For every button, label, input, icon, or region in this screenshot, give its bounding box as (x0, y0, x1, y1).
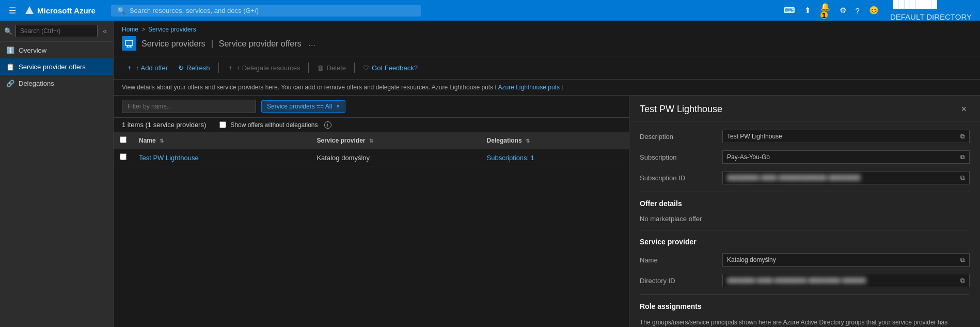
right-panel-title: Test PW Lighthouse (640, 104, 722, 115)
sp-name-field-row: Name Katalog domyślny ⧉ (640, 253, 970, 267)
sp-name-value-box: Katalog domyślny ⧉ (722, 253, 970, 267)
breadcrumb-home[interactable]: Home (122, 26, 138, 33)
table-header-checkbox[interactable] (114, 132, 133, 149)
content-area: Service providers == All × 1 items (1 se… (114, 96, 980, 327)
select-all-checkbox[interactable] (120, 136, 127, 143)
row-delegations-cell: Subscriptions: 1 (481, 149, 629, 166)
sidebar-item-delegations-label: Delegations (19, 80, 54, 87)
filter-input[interactable] (122, 100, 256, 113)
left-content: Service providers == All × 1 items (1 se… (114, 96, 629, 327)
help-icon[interactable]: ? (852, 4, 863, 17)
offer-details-divider (640, 192, 970, 192)
page-header: Home > Service providers Service provide… (114, 21, 980, 56)
directory-id-field-row: Directory ID ███████ ████ ████████ █████… (640, 274, 970, 287)
show-offers-checkbox[interactable] (219, 121, 226, 128)
subscription-value: Pay-As-You-Go (727, 153, 957, 161)
subscription-value-box: Pay-As-You-Go ⧉ (722, 150, 970, 164)
delete-button[interactable]: 🗑 Delete (313, 61, 350, 74)
search-icon: 🔍 (117, 7, 125, 14)
role-assignments-divider (640, 294, 970, 295)
offer-details-section-title: Offer details (640, 199, 970, 208)
name-sort-icon: ⇅ (160, 138, 164, 144)
no-marketplace-text: No marketplace offer (640, 215, 970, 223)
table-header-service-provider[interactable]: Service provider ⇅ (310, 132, 480, 149)
refresh-button[interactable]: ↻ Refresh (174, 61, 214, 74)
user-directory: DEFAULT DIRECTORY (887, 10, 975, 23)
delegations-icon: 🔗 (6, 79, 14, 87)
settings-icon[interactable]: ⚙ (836, 4, 849, 17)
description-label: Description (640, 133, 722, 141)
sidebar-item-delegations[interactable]: 🔗 Delegations (0, 75, 113, 91)
delegate-resources-button[interactable]: ＋ + Delegate resources (223, 60, 305, 75)
overview-icon: ℹ️ (6, 46, 14, 54)
sp-name-copy-icon[interactable]: ⧉ (960, 256, 965, 263)
right-panel: Test PW Lighthouse × Description Test PW… (629, 96, 980, 327)
breadcrumb-separator: > (141, 26, 145, 33)
role-assignments-info-text: The groups/users/service principals show… (640, 318, 970, 327)
row-delegations-link[interactable]: Subscriptions: 1 (487, 154, 535, 162)
subscription-id-copy-icon[interactable]: ⧉ (960, 174, 965, 181)
svg-marker-0 (25, 6, 34, 14)
subscription-label: Subscription (640, 153, 722, 161)
search-bar[interactable]: 🔍 (111, 5, 421, 17)
page-icon (122, 36, 136, 51)
page-title-ellipsis[interactable]: ... (309, 39, 315, 48)
user-avatar[interactable]: 😊 (866, 4, 882, 17)
page-area: Home > Service providers Service provide… (114, 21, 980, 327)
description-value-box: Test PW Lighthouse ⧉ (722, 130, 970, 143)
filter-badge-label: Service providers == All (267, 103, 332, 110)
right-panel-content: Description Test PW Lighthouse ⧉ Subscri… (629, 121, 980, 327)
refresh-label: Refresh (186, 64, 210, 72)
search-input[interactable] (130, 7, 415, 14)
sidebar-search-icon: 🔍 (4, 27, 12, 35)
notifications-icon[interactable]: 🔔 1 (817, 0, 833, 21)
directory-id-value: ███████ ████ ████████ ████████ ██████ (727, 277, 957, 284)
cloud-shell-icon[interactable]: ⌨ (781, 4, 798, 17)
toolbar-separator-1 (218, 63, 219, 73)
sidebar-item-service-provider-offers[interactable]: 📋 Service provider offers (0, 58, 113, 75)
sidebar-search-area: 🔍 « (0, 21, 113, 42)
description-copy-icon[interactable]: ⧉ (960, 133, 965, 140)
sidebar-item-overview[interactable]: ℹ️ Overview (0, 42, 113, 58)
role-assignments-section-title: Role assignments (640, 302, 970, 310)
topbar: ☰ Microsoft Azure 🔍 ⌨ ⬆ 🔔 1 ⚙ ? 😊 ██████… (0, 0, 980, 21)
refresh-icon: ↻ (178, 64, 184, 72)
row-name-link[interactable]: Test PW Lighthouse (139, 154, 199, 162)
upload-icon[interactable]: ⬆ (801, 4, 814, 17)
table-row[interactable]: Test PW Lighthouse Katalog domyślny Subs… (114, 149, 629, 166)
svg-rect-1 (125, 40, 133, 45)
lighthouse-link[interactable]: Azure Lighthouse puts t (498, 84, 563, 91)
main-container: 🔍 « ℹ️ Overview 📋 Service provider offer… (0, 21, 980, 327)
hamburger-menu[interactable]: ☰ (5, 6, 20, 15)
breadcrumb: Home > Service providers (122, 26, 972, 33)
directory-id-copy-icon[interactable]: ⧉ (960, 277, 965, 284)
sidebar-collapse-icon[interactable]: « (101, 26, 109, 36)
count-label: 1 items (1 service providers) (122, 121, 206, 129)
subscription-copy-icon[interactable]: ⧉ (960, 153, 965, 161)
show-offers-info-icon[interactable]: i (324, 121, 331, 129)
filter-badge[interactable]: Service providers == All × (261, 100, 345, 113)
table-header-delegations[interactable]: Delegations ⇅ (481, 132, 629, 149)
sidebar-item-overview-label: Overview (19, 46, 46, 54)
subscription-id-label: Subscription ID (640, 174, 722, 182)
sidebar-search-input[interactable] (15, 25, 98, 37)
sidebar: 🔍 « ℹ️ Overview 📋 Service provider offer… (0, 21, 114, 327)
info-text-area: View details about your offers and servi… (114, 80, 980, 96)
add-offer-button[interactable]: ＋ + Add offer (122, 60, 172, 75)
add-offer-label: + Add offer (135, 64, 168, 72)
feedback-button[interactable]: ♡ Got Feedback? (359, 61, 422, 74)
col-name-label: Name (139, 137, 156, 144)
filter-clear-icon[interactable]: × (336, 103, 340, 110)
table-header-name[interactable]: Name ⇅ (133, 132, 310, 149)
subscription-id-field-row: Subscription ID ████████ ████ ██████████… (640, 171, 970, 184)
info-text: View details about your offers and servi… (122, 84, 497, 91)
toolbar: ＋ + Add offer ↻ Refresh ＋ + Delegate res… (114, 56, 980, 80)
service-providers-icon (124, 39, 134, 48)
close-panel-button[interactable]: × (958, 103, 970, 116)
row-checkbox[interactable] (120, 153, 127, 160)
breadcrumb-service-providers[interactable]: Service providers (148, 26, 196, 33)
delete-label: Delete (326, 64, 346, 72)
toolbar-separator-3 (354, 63, 355, 73)
col-delegations-label: Delegations (487, 137, 522, 144)
row-checkbox-cell[interactable] (114, 149, 133, 166)
